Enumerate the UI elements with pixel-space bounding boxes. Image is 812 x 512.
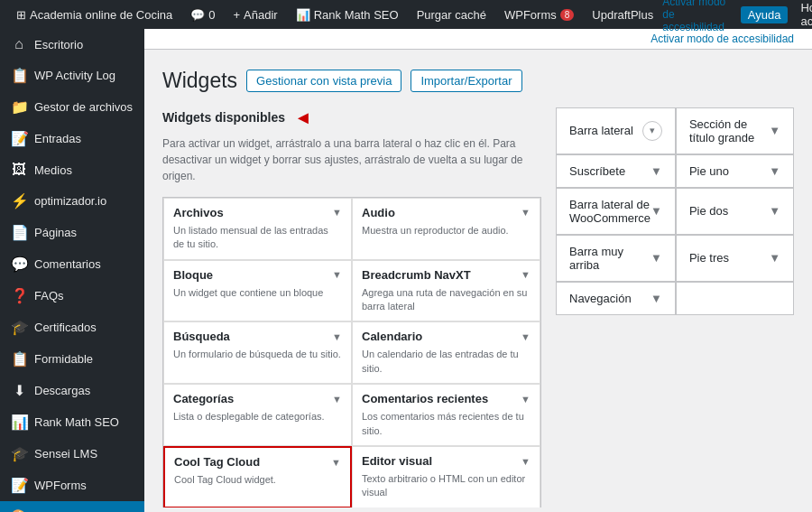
activity-log-icon: 📋 <box>11 67 27 84</box>
sidebar-item-comentarios[interactable]: 💬Comentarios <box>0 248 144 280</box>
accessibility-link[interactable]: Activar modo de accesibilidad <box>662 0 735 33</box>
widget-busqueda[interactable]: Búsqueda ▼ Un formulario de búsqueda de … <box>163 321 352 384</box>
widget-breadcrumb-desc: Agrega una ruta de navegación en su barr… <box>362 286 531 314</box>
sidebars-grid: Barra lateral ▾ Sección de título grande… <box>556 107 794 315</box>
descargas-label: Descargas <box>34 384 90 397</box>
sensei-icon: 🎓 <box>11 445 27 462</box>
sidebar-pie-dos-name: Pie dos <box>689 204 728 218</box>
sidebar-item-apariencia[interactable]: 🎨 Apariencia ◄ Temas Personalizar Widget… <box>0 501 144 512</box>
comment-count: 0 <box>208 8 215 22</box>
sidebar-seccion-titulo-grande-chevron: ▼ <box>769 124 780 137</box>
rankmath-sidebar-icon: 📊 <box>11 414 27 431</box>
page-title: Widgets <box>162 68 237 95</box>
admin-greeting: Hola, academia <box>800 1 812 28</box>
widget-audio[interactable]: Audio ▼ Muestra un reproductor de audio. <box>352 198 540 260</box>
manage-preview-button[interactable]: Gestionar con vista previa <box>246 70 401 92</box>
widget-bloque-arrow: ▼ <box>332 269 342 280</box>
sidebar-navegacion-chevron: ▼ <box>651 292 662 305</box>
widget-editor-visual-name: Editor visual <box>362 454 432 468</box>
sidebar-barra-woocommerce-name: Barra lateral de WooCommerce <box>569 198 651 225</box>
sidebar-item-faqs[interactable]: ❓FAQs <box>0 280 144 312</box>
purgecache-label: Purgar caché <box>417 8 486 22</box>
certificados-icon: 🎓 <box>11 319 27 336</box>
comment-icon: 💬 <box>190 8 205 22</box>
adminbar-new[interactable]: + Añadir <box>225 0 287 29</box>
sidebar-item-paginas[interactable]: 📄Páginas <box>0 217 144 248</box>
escritorio-label: Escritorio <box>34 38 83 51</box>
widget-categorias-desc: Lista o desplegable de categorías. <box>173 410 342 424</box>
gestor-label: Gestor de archivos <box>34 100 133 114</box>
widget-calendario[interactable]: Calendario ▼ Un calendario de las entrad… <box>352 321 540 384</box>
paginas-icon: 📄 <box>11 224 27 241</box>
sidebar-pie-tres-name: Pie tres <box>689 251 729 265</box>
sidebar-item-descargas[interactable]: ⬇Descargas <box>0 375 144 406</box>
sidebar-item-certificados[interactable]: 🎓Certificados <box>0 312 144 343</box>
accessibility-mode-link[interactable]: Activar modo de accesibilidad <box>651 33 794 45</box>
widget-categorias-arrow: ▼ <box>332 394 342 405</box>
widget-breadcrumb-arrow: ▼ <box>521 269 531 280</box>
sidebar-seccion-titulo-grande[interactable]: Sección de título grande ▼ <box>676 107 794 154</box>
wp-logo-item[interactable]: ⊞ Academia online de Cocina <box>7 0 181 29</box>
medios-label: Medios <box>34 163 72 177</box>
adminbar-rankmath[interactable]: 📊 Rank Math SEO <box>287 0 408 29</box>
sidebar-barra-muy-arriba[interactable]: Barra muy arriba ▼ <box>556 235 676 282</box>
sidebar-pie-tres-chevron: ▼ <box>769 251 780 265</box>
add-label: Añadir <box>244 8 278 22</box>
activity-log-label: WP Activity Log <box>34 69 115 82</box>
widget-archivos[interactable]: Archivos ▼ Un listado mensual de las ent… <box>163 198 352 260</box>
sidebar-pie-tres[interactable]: Pie tres ▼ <box>676 235 794 282</box>
adminbar-wpforms[interactable]: WPForms 8 <box>495 0 583 29</box>
adminbar-updraftplus[interactable]: UpdraftPlus <box>583 0 662 29</box>
sidebar-barra-woocommerce[interactable]: Barra lateral de WooCommerce ▼ <box>556 188 676 235</box>
entradas-icon: 📝 <box>11 130 27 147</box>
wpforms-sidebar-icon: 📝 <box>11 477 27 494</box>
wpforms-sidebar-label: WPForms <box>34 479 87 492</box>
adminbar-comments[interactable]: 💬 0 <box>181 0 224 29</box>
widget-bloque[interactable]: Bloque ▼ Un widget que contiene un bloqu… <box>163 260 352 322</box>
import-export-button[interactable]: Importar/Exportar <box>411 70 521 92</box>
optimizador-icon: ⚡ <box>11 192 27 209</box>
sidebar-barra-lateral[interactable]: Barra lateral ▾ <box>556 107 676 154</box>
sidebar-barra-woocommerce-chevron: ▼ <box>651 204 662 218</box>
sidebar-item-activity-log[interactable]: 📋WP Activity Log <box>0 60 144 91</box>
sidebar-item-optimizador[interactable]: ⚡optimizador.io <box>0 185 144 217</box>
sidebar-item-escritorio[interactable]: ⌂Escritorio <box>0 29 144 60</box>
widget-archivos-desc: Un listado mensual de las entradas de tu… <box>173 224 342 252</box>
sidebar-item-formidable[interactable]: 📋Formidable <box>0 343 144 375</box>
widget-categorias[interactable]: Categorías ▼ Lista o desplegable de cate… <box>163 384 352 446</box>
add-icon: + <box>234 8 241 22</box>
widget-breadcrumb[interactable]: Breadcrumb NavXT ▼ Agrega una ruta de na… <box>352 260 540 322</box>
sidebar-seccion-titulo-grande-name: Sección de título grande <box>689 117 769 144</box>
widget-audio-arrow: ▼ <box>521 207 531 218</box>
widget-calendario-arrow: ▼ <box>521 331 531 342</box>
widgets-disponibles-panel: Widgets disponibles ◄ Para activar un wi… <box>162 107 541 507</box>
faqs-label: FAQs <box>34 289 64 303</box>
adminbar-right: Activar modo de accesibilidad Ayuda Hola… <box>662 0 812 33</box>
sidebar-pie-uno[interactable]: Pie uno ▼ <box>676 154 794 188</box>
sidebar-item-sensei[interactable]: 🎓Sensei LMS <box>0 438 144 470</box>
help-button[interactable]: Ayuda <box>741 6 789 23</box>
sidebar-suscribete[interactable]: Suscríbete ▼ <box>556 154 676 188</box>
sidebar-pie-dos[interactable]: Pie dos ▼ <box>676 188 794 235</box>
widget-comentarios-recientes-arrow: ▼ <box>521 394 531 405</box>
faqs-icon: ❓ <box>11 287 27 304</box>
widget-editor-visual[interactable]: Editor visual ▼ Texto arbitrario o HTML … <box>352 446 540 507</box>
sidebar-item-entradas[interactable]: 📝Entradas <box>0 123 144 154</box>
widget-cool-tag-cloud-desc: Cool Tag Cloud widget. <box>174 473 341 487</box>
widget-audio-desc: Muestra un reproductor de audio. <box>362 224 531 237</box>
adminbar-purgecache[interactable]: Purgar caché <box>408 0 495 29</box>
site-name: Academia online de Cocina <box>30 8 172 22</box>
widgets-layout: Widgets disponibles ◄ Para activar un wi… <box>162 107 794 507</box>
widget-cool-tag-cloud[interactable]: Cool Tag Cloud ▼ Cool Tag Cloud widget. <box>163 446 352 507</box>
rankmath-icon: 📊 <box>296 8 310 22</box>
sidebar-item-medios[interactable]: 🖼Medios <box>0 154 144 185</box>
sidebar-item-wpforms[interactable]: 📝WPForms <box>0 470 144 501</box>
sidebar-item-gestor[interactable]: 📁Gestor de archivos <box>0 91 144 123</box>
sidebar-navegacion[interactable]: Navegación ▼ <box>556 282 676 315</box>
sidebar-pie-uno-chevron: ▼ <box>769 164 780 178</box>
widget-busqueda-arrow: ▼ <box>332 331 342 342</box>
sidebar-item-rankmath[interactable]: 📊Rank Math SEO <box>0 406 144 438</box>
widget-calendario-desc: Un calendario de las entradas de tu siti… <box>362 348 531 376</box>
widget-cool-tag-cloud-arrow: ▼ <box>331 457 341 468</box>
widget-comentarios-recientes[interactable]: Comentarios recientes ▼ Los comentarios … <box>352 384 540 446</box>
